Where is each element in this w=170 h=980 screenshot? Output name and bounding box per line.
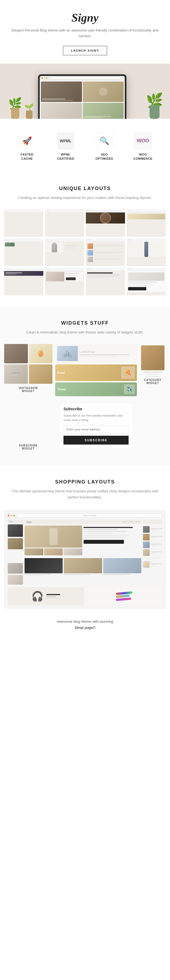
layout-thumb-5 [4, 239, 43, 266]
browser-url: signy.com/shop [83, 514, 97, 516]
subscribe-button[interactable]: SUBSCRIBE [64, 436, 129, 445]
shopping-title: SHOPPING LAYOUTS [8, 479, 162, 485]
hero-subtitle: Elegant Personal Blog theme with an awes… [6, 28, 164, 39]
features-section: 🚀 FASTEDCACHE WPML WPMLCERTIFIED 🔍 SEOOP… [0, 119, 170, 172]
layout-thumb-9 [4, 268, 43, 295]
layout-thumb-4 [127, 209, 166, 237]
shop-caption: Awesome blog theme with stunning Shop pa… [0, 613, 170, 639]
subscribe-text: Subscribe to our free weekly newsletter … [64, 413, 129, 422]
feature-seo: 🔍 SEOOPTIMIZED [85, 130, 124, 164]
layouts-section: UNIQUE LAYOUTS Creating an optimal viewi… [0, 172, 170, 306]
laptop-preview: 🌿 🌱 [0, 64, 170, 119]
feature-fasted-cache-label: FASTEDCACHE [11, 153, 44, 161]
layout-thumb-1 [4, 209, 43, 237]
layout-thumb-8 [127, 239, 166, 266]
subscribe-widget-label: SUBSCRIBEWIDGET [4, 444, 52, 450]
feature-wpml-label: WPMLCERTIFIED [49, 153, 82, 161]
instagram-widget: 🥚 INSTAGRAMWIDGET [4, 344, 52, 393]
shop-left-sidebar: Signy [8, 520, 23, 585]
subscribe-email-input[interactable] [64, 425, 129, 433]
browser-close-dot [8, 515, 10, 516]
layouts-subtitle: Creating an optimal viewing experience f… [8, 195, 162, 201]
shop-main: Signy [25, 520, 141, 585]
shop-layout: Signy Signy [8, 520, 162, 585]
feature-woo: WOO WOOCOMMERCE [124, 130, 162, 164]
widgets-section: WIDGETS STUFF Clean & minimalistic blog … [0, 306, 170, 465]
shop-right-sidebar: ⭐ [143, 520, 162, 585]
layout-thumb-7 [86, 239, 125, 266]
subscribe-title: Subscribe [64, 407, 129, 411]
shopping-section: SHOPPING LAYOUTS The ultimate personal b… [0, 465, 170, 650]
category-widget: CATEGORYWIDGET [140, 344, 166, 385]
feature-fasted-cache: 🚀 FASTEDCACHE [8, 130, 46, 164]
instagram-widget-label: INSTAGRAMWIDGET [4, 387, 52, 393]
woo-icon: WOO [135, 133, 151, 149]
browser-maximize-dot [13, 515, 15, 516]
layout-thumb-11 [86, 268, 125, 295]
widgets-title: WIDGETS STUFF [8, 320, 162, 326]
layout-thumb-2 [45, 209, 84, 237]
skate-product [86, 587, 162, 605]
site-logo: Signy [6, 11, 164, 24]
fasted-cache-icon: 🚀 [19, 133, 35, 149]
layout-thumb-12 [127, 268, 166, 295]
shop-mockup: signy.com/shop Signy Signy [4, 510, 166, 609]
layout-thumb-10 [45, 268, 84, 295]
feature-wpml: WPML WPMLCERTIFIED [46, 130, 85, 164]
shopping-subtitle: The ultimate personal blog theme that in… [8, 488, 162, 500]
wpml-icon: WPML [57, 133, 74, 149]
headphones-product: 🎧 [8, 587, 84, 605]
browser-url-bar: signy.com/shop [17, 514, 162, 517]
caption-line2: Shop page!! [75, 625, 95, 630]
feature-seo-label: SEOOPTIMIZED [88, 153, 121, 161]
seo-icon: 🔍 [96, 133, 113, 149]
launch-button[interactable]: LAUNCH SIGNY [63, 46, 107, 55]
travel-widget: Travel ✈️ [55, 382, 137, 396]
lifestyle-widget: 🚲 Lifestyle [55, 344, 137, 363]
layout-thumb-3 [86, 209, 125, 237]
caption-line1: Awesome blog theme with stunning [57, 619, 113, 624]
food-widget: Food 🍕 [55, 364, 137, 381]
feature-woo-label: WOOCOMMERCE [126, 153, 159, 161]
hero-section: Signy Elegant Personal Blog theme with a… [0, 0, 170, 119]
browser-minimize-dot [11, 515, 12, 516]
widgets-subtitle: Clean & minimalistic blog theme with the… [8, 329, 162, 336]
category-widget-label: CATEGORYWIDGET [144, 379, 162, 385]
layouts-title: UNIQUE LAYOUTS [8, 186, 162, 191]
layout-thumb-6 [45, 239, 84, 266]
browser-chrome: signy.com/shop [8, 514, 162, 517]
subscribe-widget: Subscribe Subscribe to our free weekly n… [59, 402, 133, 449]
